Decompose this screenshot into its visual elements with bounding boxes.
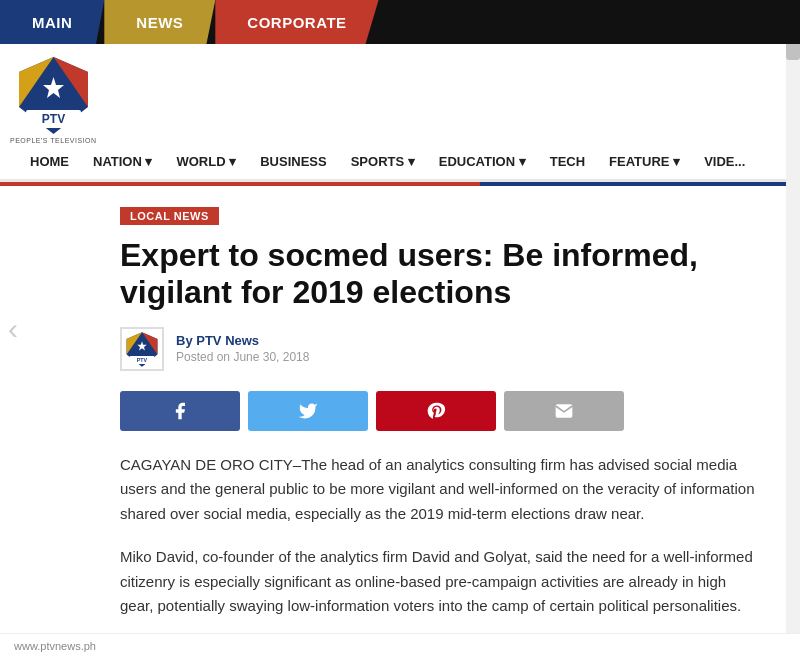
twitter-icon xyxy=(298,401,318,421)
author-info: By PTV News Posted on June 30, 2018 xyxy=(176,333,309,364)
top-nav-main[interactable]: MAIN xyxy=(0,0,104,44)
left-arrow-button[interactable]: ‹ xyxy=(8,312,18,346)
nav-world[interactable]: WORLD ▾ xyxy=(166,154,246,169)
author-name-link[interactable]: PTV News xyxy=(196,333,259,348)
article-paragraph-1: CAGAYAN DE ORO CITY–The head of an analy… xyxy=(120,453,760,527)
ptv-logo-svg: PTV xyxy=(16,52,91,137)
share-facebook-button[interactable] xyxy=(120,391,240,431)
nav-business[interactable]: BUSINESS xyxy=(250,154,336,169)
nav-sports[interactable]: SPORTS ▾ xyxy=(341,154,425,169)
top-nav-corporate[interactable]: CORPORATE xyxy=(215,0,378,44)
scrollbar-track[interactable] xyxy=(786,0,800,658)
share-buttons-group xyxy=(120,391,760,431)
top-nav-spacer xyxy=(379,0,800,44)
top-navigation: MAIN NEWS CORPORATE xyxy=(0,0,800,44)
author-name: By PTV News xyxy=(176,333,309,348)
facebook-icon xyxy=(170,401,190,421)
share-twitter-button[interactable] xyxy=(248,391,368,431)
nav-video[interactable]: VIDE... xyxy=(694,154,755,169)
svg-text:PTV: PTV xyxy=(42,112,65,126)
secondary-navigation: HOME NATION ▾ WORLD ▾ BUSINESS SPORTS ▾ … xyxy=(0,144,800,182)
article-paragraph-2: Miko David, co-founder of the analytics … xyxy=(120,545,760,619)
header-area: PTV PEOPLE'S TELEVISION xyxy=(0,44,800,144)
svg-text:PTV: PTV xyxy=(137,356,148,362)
nav-tech[interactable]: TECH xyxy=(540,154,595,169)
post-date: Posted on June 30, 2018 xyxy=(176,350,309,364)
category-badge[interactable]: LOCAL NEWS xyxy=(120,207,219,225)
author-avatar: PTV xyxy=(120,327,164,371)
top-nav-news[interactable]: NEWS xyxy=(104,0,215,44)
author-block: PTV By PTV News Posted on June 30, 2018 xyxy=(120,327,760,371)
nav-feature[interactable]: FEATURE ▾ xyxy=(599,154,690,169)
article-title: Expert to socmed users: Be informed, vig… xyxy=(120,237,760,311)
logo-block[interactable]: PTV PEOPLE'S TELEVISION xyxy=(10,52,97,144)
nav-home[interactable]: HOME xyxy=(20,154,79,169)
share-pinterest-button[interactable] xyxy=(376,391,496,431)
email-icon xyxy=(554,401,574,421)
author-logo-icon: PTV xyxy=(123,330,161,368)
article-body: CAGAYAN DE ORO CITY–The head of an analy… xyxy=(120,453,760,658)
share-email-button[interactable] xyxy=(504,391,624,431)
nav-nation[interactable]: NATION ▾ xyxy=(83,154,162,169)
footer-bar: www.ptvnews.ph xyxy=(0,633,800,658)
main-content: LOCAL NEWS Expert to socmed users: Be in… xyxy=(0,186,780,658)
footer-url: www.ptvnews.ph xyxy=(14,640,96,652)
ptv-subtitle: PEOPLE'S TELEVISION xyxy=(10,137,97,144)
pinterest-icon xyxy=(426,401,446,421)
nav-education[interactable]: EDUCATION ▾ xyxy=(429,154,536,169)
